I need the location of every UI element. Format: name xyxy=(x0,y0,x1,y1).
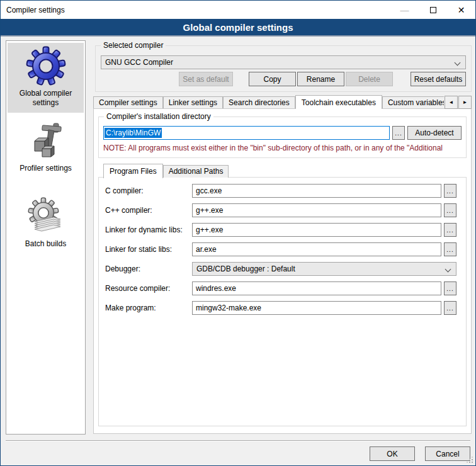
caption-controls: — ✕ xyxy=(390,1,475,19)
cpp-compiler-label: C++ compiler: xyxy=(105,206,192,215)
compiler-settings-dialog: Compiler settings — ✕ Global compiler se… xyxy=(0,0,476,466)
tab-compiler-settings[interactable]: Compiler settings xyxy=(93,96,163,109)
tab-linker-settings[interactable]: Linker settings xyxy=(163,96,223,109)
debugger-select[interactable]: GDB/CDB debugger : Default xyxy=(192,262,456,276)
debugger-row: Debugger: GDB/CDB debugger : Default xyxy=(105,262,456,276)
selected-compiler-legend: Selected compiler xyxy=(101,41,166,50)
compiler-buttons-row: Set as default Copy Rename Delete Reset … xyxy=(101,72,466,86)
linker-dynamic-input[interactable] xyxy=(192,223,441,237)
chevron-down-icon xyxy=(455,60,461,66)
chevron-down-icon xyxy=(445,266,451,273)
sidebar-item-profiler-settings[interactable]: Profiler settings xyxy=(8,118,84,178)
program-files-page: C compiler: ... C++ compiler: ... Linker… xyxy=(98,177,467,426)
sidebar-item-batch-builds[interactable]: Batch builds xyxy=(8,193,84,254)
reset-defaults-button[interactable]: Reset defaults xyxy=(411,72,466,86)
banner: Global compiler settings xyxy=(1,19,475,37)
close-button[interactable]: ✕ xyxy=(447,1,475,19)
linker-dynamic-label: Linker for dynamic libs: xyxy=(105,225,192,234)
tab-scroll-left-icon[interactable]: ◄ xyxy=(445,96,458,109)
installation-directory-legend: Compiler's installation directory xyxy=(104,112,213,122)
tab-scroll-arrows: ◄ ► xyxy=(444,96,472,109)
linker-static-label: Linker for static libs: xyxy=(105,245,192,254)
copy-button[interactable]: Copy xyxy=(249,72,296,86)
c-compiler-row: C compiler: ... xyxy=(105,184,456,198)
settings-tabs: Compiler settings Linker settings Search… xyxy=(93,95,472,109)
selected-path-text: C:\raylib\MinGW xyxy=(105,128,162,138)
resource-compiler-row: Resource compiler: ... xyxy=(105,281,456,295)
set-as-default-button[interactable]: Set as default xyxy=(179,72,233,86)
footer-divider xyxy=(6,440,470,441)
cpp-compiler-browse-button[interactable]: ... xyxy=(444,203,456,217)
resize-grip[interactable] xyxy=(467,457,473,463)
close-icon: ✕ xyxy=(458,5,465,15)
c-compiler-label: C compiler: xyxy=(105,186,192,195)
tab-search-directories[interactable]: Search directories xyxy=(223,96,295,109)
linker-static-row: Linker for static libs: ... xyxy=(105,242,456,256)
resource-compiler-label: Resource compiler: xyxy=(105,284,192,293)
selected-compiler-group: Selected compiler GNU GCC Compiler Set a… xyxy=(95,45,472,92)
rename-button[interactable]: Rename xyxy=(297,72,344,86)
resource-compiler-browse-button[interactable]: ... xyxy=(444,281,456,295)
make-program-input[interactable] xyxy=(192,301,441,315)
maximize-button[interactable] xyxy=(419,1,447,19)
make-program-label: Make program: xyxy=(105,304,192,312)
sidebar-item-label: Batch builds xyxy=(9,239,82,249)
compiler-select-value: GNU GCC Compiler xyxy=(105,58,173,67)
compiler-select[interactable]: GNU GCC Compiler xyxy=(101,55,466,69)
banner-title: Global compiler settings xyxy=(183,22,293,33)
debugger-select-value: GDB/CDB debugger : Default xyxy=(196,264,295,273)
minimize-button[interactable]: — xyxy=(390,1,419,19)
settings-category-list: Global compiler settings Profiler s xyxy=(6,40,86,435)
linker-dynamic-browse-button[interactable]: ... xyxy=(444,223,456,237)
gray-gear-stack-icon xyxy=(26,196,66,237)
program-subtabs: Program Files Additional Paths xyxy=(103,163,229,178)
caliper-icon xyxy=(26,121,66,161)
installation-directory-input[interactable]: C:\raylib\MinGW xyxy=(103,126,390,140)
resource-compiler-input[interactable] xyxy=(192,281,441,295)
delete-button[interactable]: Delete xyxy=(346,72,393,86)
ok-button[interactable]: OK xyxy=(370,446,415,461)
browse-directory-button[interactable]: ... xyxy=(392,126,405,140)
tab-scroll-right-icon[interactable]: ► xyxy=(458,96,472,109)
title-bar[interactable]: Compiler settings — ✕ xyxy=(1,1,475,19)
tab-custom-variables[interactable]: Custom variables xyxy=(382,96,444,109)
make-program-browse-button[interactable]: ... xyxy=(444,301,456,315)
cpp-compiler-row: C++ compiler: ... xyxy=(105,203,456,217)
auto-detect-button[interactable]: Auto-detect xyxy=(407,126,462,140)
tab-toolchain-executables[interactable]: Toolchain executables xyxy=(295,95,382,109)
toolchain-executables-page: Compiler's installation directory C:\ray… xyxy=(93,108,472,434)
debugger-label: Debugger: xyxy=(105,264,192,273)
blue-gear-icon xyxy=(26,46,66,86)
subtab-additional-paths[interactable]: Additional Paths xyxy=(163,165,229,178)
cancel-button[interactable]: Cancel xyxy=(425,446,470,461)
c-compiler-browse-button[interactable]: ... xyxy=(444,184,456,198)
note-text: NOTE: All programs must exist either in … xyxy=(103,144,466,152)
linker-static-browse-button[interactable]: ... xyxy=(444,242,456,256)
cpp-compiler-input[interactable] xyxy=(192,203,441,217)
installation-directory-group: Compiler's installation directory C:\ray… xyxy=(98,116,467,158)
installation-directory-row: C:\raylib\MinGW ... Auto-detect xyxy=(103,126,462,140)
make-program-row: Make program: ... xyxy=(105,301,456,315)
maximize-icon xyxy=(430,7,436,13)
sidebar-item-global-compiler-settings[interactable]: Global compiler settings xyxy=(8,43,84,113)
tabs-strip: Compiler settings Linker settings Search… xyxy=(93,95,444,109)
sidebar-item-label: Profiler settings xyxy=(9,164,82,173)
c-compiler-input[interactable] xyxy=(192,184,441,198)
window-title: Compiler settings xyxy=(1,6,65,14)
linker-static-input[interactable] xyxy=(192,242,441,256)
subtab-program-files[interactable]: Program Files xyxy=(103,164,163,178)
sidebar-item-label: Global compiler settings xyxy=(9,89,82,108)
linker-dynamic-row: Linker for dynamic libs: ... xyxy=(105,223,456,237)
minimize-icon: — xyxy=(400,5,409,15)
